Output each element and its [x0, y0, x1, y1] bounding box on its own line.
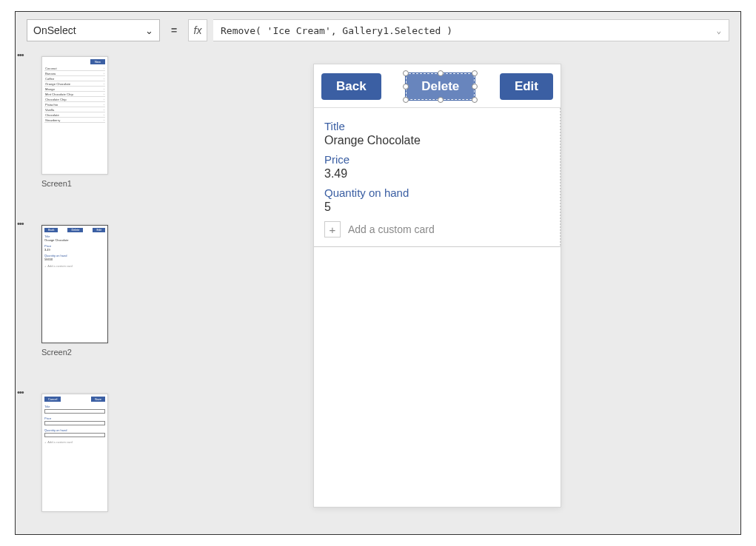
thumb3-cancel: Cancel — [44, 397, 61, 402]
formula-input[interactable]: Remove( 'Ice Cream', Gallery1.Selected )… — [213, 19, 729, 41]
list-item: Coffee — [44, 76, 105, 81]
app-frame: OnSelect ⌄ = fx Remove( 'Ice Cream', Gal… — [15, 11, 741, 535]
list-item: Chocolate Chip — [44, 97, 105, 102]
edit-button[interactable]: Edit — [500, 73, 553, 100]
list-item: Coconut — [44, 66, 105, 71]
list-item: Pistachio — [44, 102, 105, 107]
resize-handle[interactable] — [472, 84, 478, 90]
back-button[interactable]: Back — [321, 73, 381, 100]
formula-bar: OnSelect ⌄ = fx Remove( 'Ice Cream', Gal… — [27, 19, 729, 41]
property-selector[interactable]: OnSelect ⌄ — [27, 19, 160, 41]
delete-button-selection[interactable]: Delete — [406, 73, 475, 100]
list-item: Strawberry — [44, 118, 105, 123]
title-label: Title — [324, 120, 550, 132]
equals-label: = — [166, 19, 182, 41]
thumb3-addcard: + Add a custom card — [44, 440, 105, 444]
resize-handle[interactable] — [438, 70, 444, 76]
resize-handle[interactable] — [403, 97, 409, 103]
screen-thumb-3[interactable]: Cancel Save Title Price Quantity on hand… — [41, 394, 108, 512]
list-item: Chocolate — [44, 112, 105, 118]
resize-handle[interactable] — [438, 97, 444, 103]
thumb2-price-val: 3.49 — [44, 248, 105, 252]
screen-thumb-3-container[interactable]: ••• Cancel Save Title Price Quantity on … — [16, 386, 134, 512]
screen-thumb-2-container[interactable]: ••• Back Delete Edit Title Orange Chocol… — [16, 218, 134, 357]
screen-thumb-1-container[interactable]: ••• New Coconut Banana Coffee Orange Cho… — [16, 49, 134, 188]
add-custom-card[interactable]: + Add a custom card — [324, 221, 550, 237]
list-item: Banana — [44, 71, 105, 76]
screen-thumb-2[interactable]: Back Delete Edit Title Orange Chocolate … — [41, 225, 108, 343]
list-item: Mint Chocolate Chip — [44, 92, 105, 97]
display-form[interactable]: Title Orange Chocolate Price 3.49 Quanti… — [314, 107, 561, 247]
list-item: Vanilla — [44, 107, 105, 112]
list-item: Mango — [44, 87, 105, 92]
thumb2-addcard: + Add a custom card — [44, 264, 105, 268]
thumb3-save: Save — [91, 397, 105, 402]
thumb3-price-lbl: Price — [44, 417, 105, 420]
thumb1-new-label: New — [90, 59, 105, 64]
thumb2-back: Back — [44, 228, 58, 232]
chevron-down-icon[interactable]: ⌄ — [716, 26, 721, 36]
thumb3-qty-input — [44, 433, 105, 437]
screen2-label: Screen2 — [41, 348, 127, 357]
more-icon[interactable]: ••• — [17, 388, 24, 397]
more-icon[interactable]: ••• — [17, 219, 24, 228]
price-label: Price — [324, 153, 550, 166]
thumb2-title-val: Orange Chocolate — [44, 238, 105, 242]
resize-handle[interactable] — [472, 70, 478, 76]
thumb3-title-lbl: Title — [44, 405, 105, 408]
qty-label: Quantity on hand — [324, 186, 550, 199]
thumb2-qty-val: 56650 — [44, 257, 105, 261]
more-icon[interactable]: ••• — [17, 50, 24, 59]
chevron-down-icon: ⌄ — [145, 25, 153, 36]
fx-label: fx — [188, 19, 207, 41]
detail-screen[interactable]: Back Delete Edit Title Orange Chocolate — [313, 64, 561, 508]
thumb3-price-input — [44, 421, 105, 425]
screen-thumb-1[interactable]: New Coconut Banana Coffee Orange Chocola… — [41, 56, 108, 175]
property-name: OnSelect — [33, 24, 76, 36]
screen1-label: Screen1 — [41, 179, 127, 188]
thumb2-delete: Delete — [67, 228, 83, 232]
title-value: Orange Chocolate — [324, 134, 550, 147]
formula-text: Remove( 'Ice Cream', Gallery1.Selected ) — [221, 25, 452, 36]
button-row: Back Delete Edit — [314, 64, 561, 107]
plus-icon[interactable]: + — [324, 221, 341, 237]
add-card-label: Add a custom card — [348, 223, 435, 235]
thumb3-qty-lbl: Quantity on hand — [44, 428, 105, 432]
screens-panel: ▴ ▾ ••• New Coconut Banana Coffee Orange… — [16, 49, 134, 534]
canvas: Back Delete Edit Title Orange Chocolate — [134, 49, 740, 534]
thumb3-title-input — [44, 409, 105, 414]
thumb2-edit: Edit — [93, 228, 105, 232]
list-item: Orange Chocolate — [44, 81, 105, 87]
resize-handle[interactable] — [472, 97, 478, 103]
price-value: 3.49 — [324, 167, 550, 181]
delete-button[interactable]: Delete — [406, 73, 475, 100]
qty-value: 5 — [324, 200, 550, 214]
